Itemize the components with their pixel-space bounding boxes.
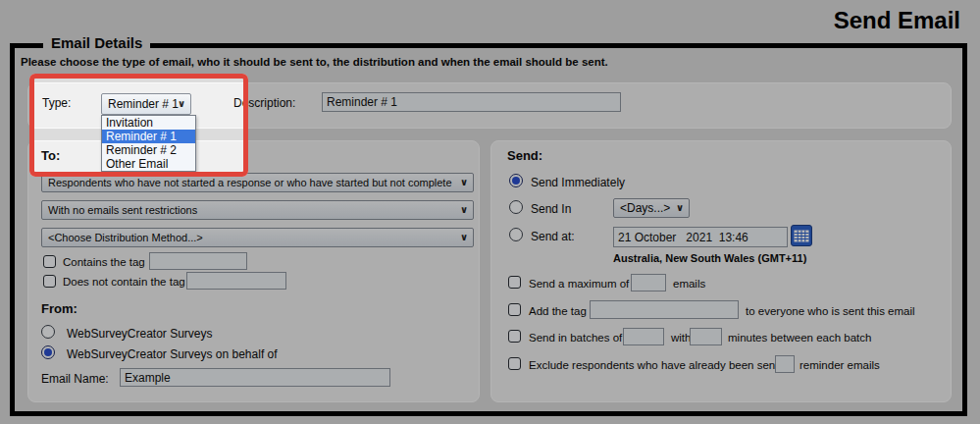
- add-tag-input[interactable]: [590, 300, 739, 319]
- send-maximum-label-post: emails: [673, 278, 705, 290]
- email-restriction-select[interactable]: With no emails sent restrictions ∨: [41, 200, 474, 220]
- type-option-reminder-1[interactable]: Reminder # 1: [102, 130, 195, 143]
- type-option-reminder-2[interactable]: Reminder # 2: [102, 143, 195, 157]
- exclude-respondents-label-post: reminder emails: [799, 359, 880, 371]
- send-batches-checkbox[interactable]: [508, 330, 521, 343]
- send-immediately-label: Send Immediately: [531, 176, 625, 189]
- from-surveys-radio[interactable]: [41, 325, 55, 339]
- distribution-method-select[interactable]: <Choose Distribution Method...> ∨: [41, 228, 474, 247]
- type-select-value: Reminder # 1: [108, 97, 179, 111]
- email-restriction-select-value: With no emails sent restrictions: [48, 204, 197, 216]
- add-tag-checkbox[interactable]: [508, 303, 521, 316]
- type-select-option-list: Invitation Reminder # 1 Reminder # 2 Oth…: [101, 115, 196, 172]
- type-select[interactable]: Reminder # 1 ∨: [101, 93, 191, 115]
- send-email-dialog: Send Email Email Details Please choose t…: [0, 0, 980, 424]
- calendar-icon[interactable]: [791, 225, 812, 246]
- timezone-text: Australia, New South Wales (GMT+11): [613, 252, 806, 264]
- exclude-respondents-label-pre: Exclude respondents who have already bee…: [529, 359, 778, 371]
- type-option-other-email[interactable]: Other Email: [102, 157, 195, 171]
- type-label: Type:: [42, 96, 71, 110]
- not-contains-tag-input[interactable]: [186, 272, 286, 290]
- send-batches-minutes-input[interactable]: [690, 328, 722, 345]
- email-name-label: Email Name:: [41, 372, 109, 386]
- distribution-method-select-value: <Choose Distribution Method...>: [48, 232, 203, 243]
- recipient-select[interactable]: Respondents who have not started a respo…: [41, 173, 474, 192]
- chevron-down-icon: ∨: [460, 233, 468, 242]
- not-contains-tag-label: Does not contain the tag: [63, 276, 185, 288]
- send-immediately-radio[interactable]: [509, 174, 523, 187]
- chevron-down-icon: ∨: [676, 203, 684, 213]
- exclude-respondents-checkbox[interactable]: [508, 357, 521, 370]
- fieldset-legend: Email Details: [43, 34, 150, 51]
- send-maximum-checkbox[interactable]: [508, 276, 521, 289]
- send-at-radio[interactable]: [509, 228, 523, 241]
- send-maximum-label-pre: Send a maximum of: [529, 278, 629, 290]
- send-batches-label-post: minutes between each batch: [728, 332, 871, 344]
- chevron-down-icon: ∨: [178, 99, 185, 109]
- add-tag-label-post: to everyone who is sent this email: [746, 305, 915, 317]
- from-on-behalf-label: WebSurveyCreator Surveys on behalf of: [67, 347, 278, 361]
- email-name-input[interactable]: [120, 368, 390, 387]
- send-section-label: Send:: [507, 148, 542, 163]
- from-surveys-label: WebSurveyCreator Surveys: [67, 327, 213, 341]
- chevron-down-icon: ∨: [460, 205, 468, 215]
- fieldset-description: Please choose the type of email, who it …: [21, 56, 608, 68]
- send-in-days-select[interactable]: <Days...> ∨: [613, 198, 690, 218]
- description-label: Description:: [233, 96, 295, 110]
- send-in-radio[interactable]: [509, 200, 523, 214]
- from-section-label: From:: [41, 301, 77, 316]
- send-in-label: Send In: [531, 202, 571, 216]
- contains-tag-input[interactable]: [149, 252, 247, 270]
- send-at-datetime-input[interactable]: [613, 227, 788, 247]
- send-batches-size-input[interactable]: [623, 328, 664, 345]
- add-tag-label-pre: Add the tag: [529, 305, 587, 317]
- send-in-days-value: <Days...>: [620, 201, 670, 215]
- description-input[interactable]: [322, 92, 621, 112]
- from-on-behalf-radio[interactable]: [41, 345, 55, 359]
- page-title: Send Email: [834, 7, 960, 34]
- contains-tag-label: Contains the tag: [63, 256, 145, 268]
- contains-tag-checkbox[interactable]: [43, 255, 56, 268]
- type-option-invitation[interactable]: Invitation: [102, 116, 195, 130]
- send-batches-label-pre: Send in batches of: [529, 332, 622, 344]
- to-section-label: To:: [41, 148, 60, 163]
- send-batches-label-mid: with: [671, 332, 691, 344]
- not-contains-tag-checkbox[interactable]: [43, 275, 56, 288]
- exclude-respondents-input[interactable]: [775, 355, 795, 373]
- send-maximum-input[interactable]: [631, 274, 666, 292]
- recipient-select-value: Respondents who have not started a respo…: [48, 177, 452, 188]
- send-at-label: Send at:: [531, 230, 575, 243]
- chevron-down-icon: ∨: [460, 178, 468, 187]
